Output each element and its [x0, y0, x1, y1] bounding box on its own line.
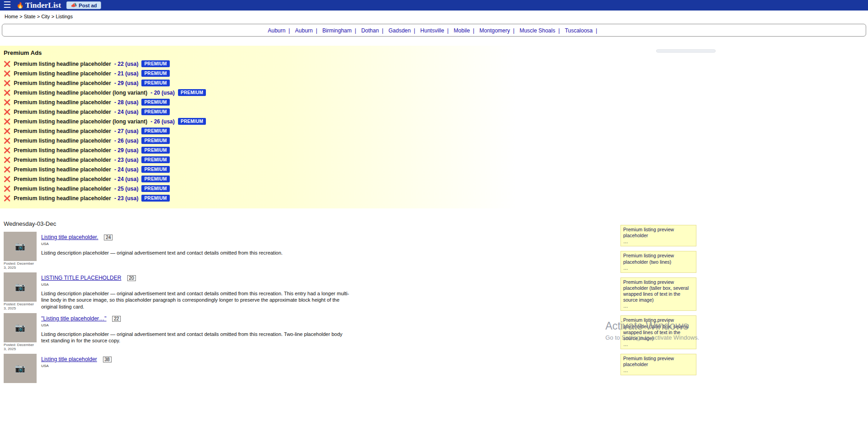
premium-ad-title[interactable]: Premium listing headline placeholder: [14, 70, 111, 77]
premium-ad-title[interactable]: Premium listing headline placeholder (lo…: [14, 90, 147, 96]
listing-card-body: Listing title placeholder. 24 USA Listin…: [41, 232, 380, 270]
horizontal-scrollbar[interactable]: [656, 49, 716, 53]
posted-timestamp: Posted: December 3, 2025: [4, 302, 38, 310]
listing-description: Listing description placeholder — origin…: [41, 250, 350, 256]
premium-badge: PREMIUM: [178, 89, 206, 96]
premium-ad-row[interactable]: ❌ Premium listing headline placeholder -…: [0, 165, 517, 174]
listing-title-link[interactable]: LISTING TITLE PLACEHOLDER: [41, 275, 121, 281]
sidebar-preview-text: Premium listing preview placeholder (tal…: [623, 279, 694, 304]
premium-ad-row[interactable]: ❌ Premium listing headline placeholder -…: [0, 107, 517, 117]
premium-ad-row[interactable]: ❌ Premium listing headline placeholder -…: [0, 145, 517, 155]
premium-ad-row[interactable]: ❌ Premium listing headline placeholder -…: [0, 69, 517, 78]
premium-ad-title[interactable]: Premium listing headline placeholder: [14, 109, 111, 115]
premium-ad-row[interactable]: ❌ Premium listing headline placeholder -…: [0, 184, 517, 193]
sidebar-preview-ellipsis: …: [623, 265, 694, 271]
premium-ad-age-location: - 24 (usa): [114, 176, 139, 182]
listing-photo-placeholder[interactable]: 📷: [4, 232, 37, 261]
listing-card-body: Listing title placeholder 38 USA: [41, 354, 380, 383]
breadcrumb-item[interactable]: City: [37, 14, 50, 19]
posted-timestamp: Posted: December 3, 2025: [4, 261, 38, 270]
premium-ad-title[interactable]: Premium listing headline placeholder: [14, 195, 111, 202]
premium-ad-row[interactable]: ❌ Premium listing headline placeholder (…: [0, 88, 517, 97]
sidebar-preview-box[interactable]: Premium listing preview placeholder (two…: [620, 251, 696, 272]
premium-ad-age-location: - 22 (usa): [114, 61, 139, 67]
sidebar-preview-box[interactable]: Premium listing preview placeholder (tal…: [620, 315, 696, 349]
breadcrumb-item[interactable]: Home: [5, 14, 18, 19]
city-link[interactable]: Auburn: [295, 27, 320, 34]
sidebar-preview-box[interactable]: Premium listing preview placeholder (tal…: [620, 277, 696, 311]
premium-ad-title[interactable]: Premium listing headline placeholder: [14, 128, 111, 134]
city-link[interactable]: Dothan: [361, 27, 386, 34]
premium-ad-title[interactable]: Premium listing headline placeholder: [14, 80, 111, 86]
ad-marker-icon: ❌: [4, 176, 11, 182]
premium-ad-row[interactable]: ❌ Premium listing headline placeholder -…: [0, 97, 517, 107]
brand-logo[interactable]: 🔥 TinderList: [16, 1, 61, 10]
premium-ad-title[interactable]: Premium listing headline placeholder: [14, 157, 111, 163]
listing-photo-placeholder[interactable]: 📷: [4, 354, 37, 383]
city-link[interactable]: Gadsden: [388, 27, 418, 34]
city-link[interactable]: Muscle Shoals: [519, 27, 563, 34]
city-link[interactable]: Montgomery: [480, 27, 518, 34]
post-ad-button[interactable]: 📣 Post ad: [66, 1, 101, 9]
listing-thumb-column: 📷: [4, 354, 38, 383]
listing-card-body: "Listing title placeholder…" 22 USA List…: [41, 313, 380, 351]
premium-ad-title[interactable]: Premium listing headline placeholder: [14, 61, 111, 67]
listing-title-link[interactable]: Listing title placeholder.: [41, 234, 98, 240]
age-badge: 20: [127, 275, 136, 281]
sidebar-preview-text: Premium listing preview placeholder: [623, 356, 694, 367]
flame-icon: 🔥: [16, 2, 24, 9]
premium-ad-row[interactable]: ❌ Premium listing headline placeholder -…: [0, 126, 517, 136]
premium-ad-row[interactable]: ❌ Premium listing headline placeholder -…: [0, 155, 517, 165]
listing-title-link[interactable]: "Listing title placeholder…": [41, 315, 107, 322]
premium-ad-age-location: - 27 (usa): [114, 128, 139, 134]
listing-photo-placeholder[interactable]: 📷: [4, 313, 37, 342]
city-link[interactable]: Tuscaloosa: [565, 27, 600, 34]
listing-thumb-column: 📷 Posted: December 3, 2025: [4, 313, 38, 351]
premium-ad-age-location: - 23 (usa): [114, 157, 139, 163]
city-link[interactable]: Birmingham: [322, 27, 359, 34]
sidebar-preview-box[interactable]: Premium listing preview placeholder …: [620, 225, 696, 246]
age-badge: 24: [104, 234, 113, 240]
premium-ad-title[interactable]: Premium listing headline placeholder (lo…: [14, 118, 147, 125]
premium-ad-row[interactable]: ❌ Premium listing headline placeholder -…: [0, 59, 517, 69]
premium-badge: PREMIUM: [141, 185, 169, 192]
premium-ad-title[interactable]: Premium listing headline placeholder: [14, 186, 111, 192]
premium-ad-title[interactable]: Premium listing headline placeholder: [14, 99, 111, 106]
city-link[interactable]: Auburn: [268, 27, 293, 34]
premium-ad-title[interactable]: Premium listing headline placeholder: [14, 147, 111, 154]
premium-ad-row[interactable]: ❌ Premium listing headline placeholder -…: [0, 78, 517, 88]
listing-photo-placeholder[interactable]: 📷: [4, 272, 37, 302]
premium-badge: PREMIUM: [141, 156, 169, 163]
premium-ad-row[interactable]: ❌ Premium listing headline placeholder -…: [0, 193, 517, 203]
premium-ad-row[interactable]: ❌ Premium listing headline placeholder (…: [0, 117, 517, 126]
breadcrumb-item[interactable]: Listings: [51, 14, 73, 19]
posted-timestamp: Posted: December 3, 2025: [4, 343, 38, 351]
top-bar: ☰ 🔥 TinderList 📣 Post ad: [0, 0, 868, 11]
ad-marker-icon: ❌: [4, 147, 11, 154]
sidebar-preview-box[interactable]: Premium listing preview placeholder …: [620, 354, 696, 375]
premium-ad-age-location: - 29 (usa): [114, 147, 139, 154]
premium-ad-title[interactable]: Premium listing headline placeholder: [14, 138, 111, 144]
listing-feed: Wednesday-03-Dec 📷 Posted: December 3, 2…: [0, 220, 380, 384]
sidebar-preview-ellipsis: …: [623, 341, 694, 347]
listing-card: 📷 Posted: December 3, 2025 "Listing titl…: [4, 313, 380, 352]
breadcrumb-item[interactable]: State: [19, 14, 35, 19]
premium-ad-title[interactable]: Premium listing headline placeholder: [14, 176, 111, 182]
city-link[interactable]: Mobile: [454, 27, 478, 34]
ad-marker-icon: ❌: [4, 80, 11, 86]
listing-title-link[interactable]: Listing title placeholder: [41, 356, 97, 362]
premium-ad-age-location: - 21 (usa): [114, 70, 139, 77]
sidebar-preview-text: Premium listing preview placeholder: [623, 227, 694, 239]
premium-ad-title[interactable]: Premium listing headline placeholder: [14, 166, 111, 173]
country-label: USA: [41, 242, 380, 246]
premium-ad-row[interactable]: ❌ Premium listing headline placeholder -…: [0, 174, 517, 184]
city-link[interactable]: Huntsville: [421, 27, 452, 34]
listing-description: Listing description placeholder — origin…: [41, 331, 350, 344]
hamburger-icon[interactable]: ☰: [3, 0, 11, 9]
listing-card-body: LISTING TITLE PLACEHOLDER 20 USA Listing…: [41, 272, 380, 310]
brand-name: TinderList: [25, 1, 61, 10]
premium-ad-row[interactable]: ❌ Premium listing headline placeholder -…: [0, 136, 517, 145]
post-ad-label: Post ad: [79, 3, 97, 8]
ad-marker-icon: ❌: [4, 157, 11, 163]
ad-marker-icon: ❌: [4, 118, 11, 125]
